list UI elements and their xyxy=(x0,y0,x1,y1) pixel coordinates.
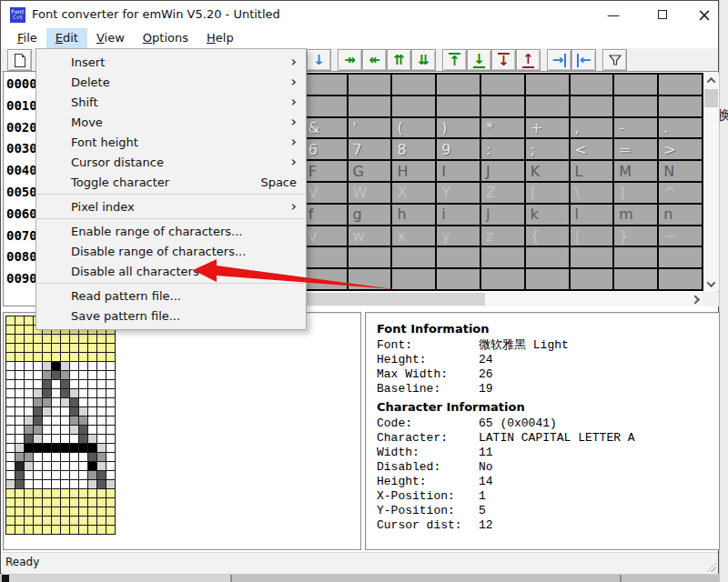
menu-item-delete[interactable]: Delete› xyxy=(36,72,306,92)
pixel-cell[interactable] xyxy=(34,480,42,488)
vertical-scroll-thumb[interactable] xyxy=(704,89,718,107)
char-cell[interactable]: [ xyxy=(526,183,569,203)
pixel-cell[interactable] xyxy=(88,362,96,370)
char-cell[interactable]: { xyxy=(526,226,569,246)
char-cell[interactable]: i xyxy=(437,205,480,225)
char-cell[interactable]: Y xyxy=(437,183,480,203)
close-button[interactable]: × xyxy=(689,1,720,28)
char-cell[interactable]: | xyxy=(571,226,613,246)
vertical-scrollbar[interactable] xyxy=(703,73,719,291)
pixel-cell[interactable] xyxy=(97,498,106,507)
pixel-cell[interactable] xyxy=(15,371,24,379)
pixel-cell[interactable] xyxy=(106,507,115,516)
pixel-cell[interactable] xyxy=(79,435,87,443)
pixel-cell[interactable] xyxy=(61,380,69,388)
pixel-cell[interactable] xyxy=(97,407,106,416)
pixel-cell[interactable] xyxy=(79,416,87,425)
pixel-cell[interactable] xyxy=(43,426,51,434)
pixel-cell[interactable] xyxy=(25,480,33,488)
char-cell[interactable]: f xyxy=(304,205,347,225)
pixel-cell[interactable] xyxy=(6,371,15,379)
pixel-cell[interactable] xyxy=(52,398,60,406)
pixel-cell[interactable] xyxy=(43,471,51,479)
pixel-cell[interactable] xyxy=(6,462,15,470)
char-cell[interactable]: ; xyxy=(526,139,569,159)
pixel-cell[interactable] xyxy=(52,416,60,425)
pixel-cell[interactable] xyxy=(6,426,15,434)
pixel-cell[interactable] xyxy=(34,398,42,406)
char-cell[interactable] xyxy=(481,269,524,289)
pixel-cell[interactable] xyxy=(52,380,60,388)
pixel-cell[interactable] xyxy=(6,489,15,497)
pixel-cell[interactable] xyxy=(25,517,33,525)
pixel-cell[interactable] xyxy=(6,444,15,452)
pixel-cell[interactable] xyxy=(70,489,78,497)
pixel-cell[interactable] xyxy=(88,517,96,525)
menu-item-read-pattern-file[interactable]: Read pattern file... xyxy=(36,286,306,306)
char-cell[interactable] xyxy=(526,96,569,116)
pixel-cell[interactable] xyxy=(43,407,51,416)
window-titlebar[interactable]: Font Cvt Font converter for emWin V5.20 … xyxy=(1,1,718,28)
pixel-cell[interactable] xyxy=(70,344,78,352)
pixel-cell[interactable] xyxy=(15,389,24,397)
trim-from-bottom-button[interactable]: ↑ xyxy=(516,49,541,71)
pixel-cell[interactable] xyxy=(15,435,24,443)
char-cell[interactable] xyxy=(571,247,613,267)
pixel-cell[interactable] xyxy=(106,344,115,352)
pixel-cell[interactable] xyxy=(6,326,15,334)
pixel-cell[interactable] xyxy=(43,435,51,443)
pixel-cell[interactable] xyxy=(106,435,115,443)
pixel-cell[interactable] xyxy=(34,507,42,516)
pixel-cell[interactable] xyxy=(43,344,51,352)
char-cell[interactable]: = xyxy=(614,139,657,159)
pixel-cell[interactable] xyxy=(79,489,87,497)
pixel-cell[interactable] xyxy=(61,435,69,443)
pixel-cell[interactable] xyxy=(43,462,51,470)
char-cell[interactable]: l xyxy=(571,205,613,225)
menu-item-insert[interactable]: Insert› xyxy=(36,52,306,72)
pixel-cell[interactable] xyxy=(15,426,24,434)
pixel-cell[interactable] xyxy=(6,435,15,443)
pixel-cell[interactable] xyxy=(70,471,78,479)
pixel-cell[interactable] xyxy=(70,353,78,361)
pixel-cell[interactable] xyxy=(34,353,42,361)
pixel-cell[interactable] xyxy=(61,462,69,470)
pixel-cell[interactable] xyxy=(97,353,106,361)
pixel-cell[interactable] xyxy=(79,353,87,361)
pixel-cell[interactable] xyxy=(79,344,87,352)
pixel-cell[interactable] xyxy=(25,444,33,452)
pixel-cell[interactable] xyxy=(6,316,15,325)
pixel-cell[interactable] xyxy=(70,426,78,434)
char-cell[interactable]: h xyxy=(392,205,435,225)
pixel-cell[interactable] xyxy=(97,335,106,343)
char-cell[interactable] xyxy=(481,75,524,95)
pixel-cell[interactable] xyxy=(52,462,60,470)
pixel-cell[interactable] xyxy=(61,471,69,479)
pixel-cell[interactable] xyxy=(15,380,24,388)
pixel-cell[interactable] xyxy=(88,489,96,497)
char-cell[interactable] xyxy=(392,247,435,267)
pixel-cell[interactable] xyxy=(15,362,24,370)
pixel-cell[interactable] xyxy=(79,526,87,534)
char-cell[interactable]: ^ xyxy=(659,183,702,203)
char-cell[interactable] xyxy=(659,96,702,116)
pixel-cell[interactable] xyxy=(97,489,106,497)
pixel-cell[interactable] xyxy=(97,444,106,452)
pixel-cell[interactable] xyxy=(97,371,106,379)
shift-up-double-button[interactable]: ⇈ xyxy=(387,49,411,71)
char-cell[interactable]: ~ xyxy=(659,226,702,246)
pixel-cell[interactable] xyxy=(79,498,87,507)
char-cell[interactable]: ] xyxy=(614,183,657,203)
pixel-cell[interactable] xyxy=(70,398,78,406)
pixel-cell[interactable] xyxy=(88,371,96,379)
char-cell[interactable] xyxy=(349,96,391,116)
pixel-cell[interactable] xyxy=(34,444,42,452)
pixel-cell[interactable] xyxy=(52,344,60,352)
pixel-cell[interactable] xyxy=(25,335,33,343)
pixel-cell[interactable] xyxy=(97,380,106,388)
pixel-cell[interactable] xyxy=(106,389,115,397)
pixel-cell[interactable] xyxy=(15,462,24,470)
pixel-cell[interactable] xyxy=(52,335,60,343)
pixel-cell[interactable] xyxy=(52,407,60,416)
align-left-button[interactable]: ← xyxy=(571,49,596,71)
